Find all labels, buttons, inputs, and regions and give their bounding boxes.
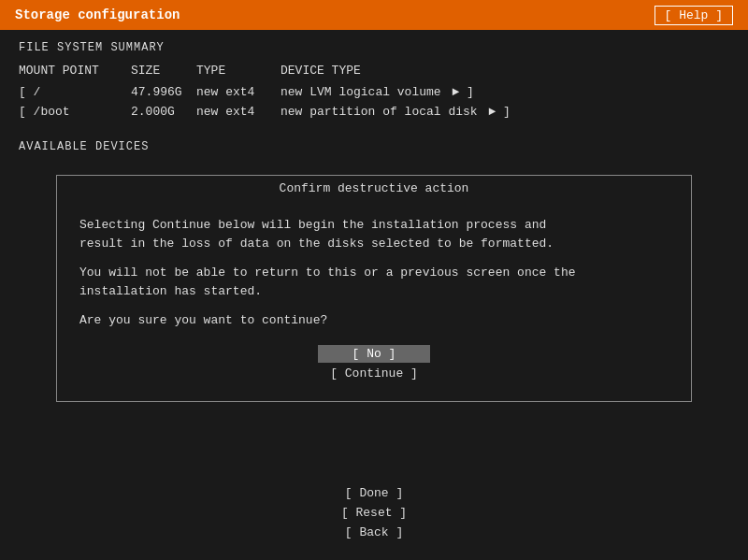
arrow-boot: ► ] bbox=[488, 105, 510, 119]
fs-summary-header: FILE SYSTEM SUMMARY bbox=[19, 41, 729, 54]
fs-row-boot[interactable]: [ /boot 2.000G new ext4 new partition of… bbox=[19, 103, 729, 122]
type-boot: new ext4 bbox=[196, 103, 280, 122]
dialog-paragraph-2: You will not be able to return to this o… bbox=[79, 264, 669, 300]
continue-button[interactable]: [ Continue ] bbox=[318, 365, 430, 382]
col-mount-point: MOUNT POINT bbox=[19, 62, 131, 81]
fs-summary-section: FILE SYSTEM SUMMARY MOUNT POINT SIZE TYP… bbox=[19, 41, 729, 122]
mount-boot: [ /boot bbox=[19, 103, 131, 122]
fs-table: MOUNT POINT SIZE TYPE DEVICE TYPE [ / 47… bbox=[19, 62, 729, 122]
dialog-title: Confirm destructive action bbox=[270, 181, 479, 195]
device-root: new LVM logical volume ► ] bbox=[280, 83, 561, 103]
mount-root: [ / bbox=[19, 83, 131, 103]
done-button[interactable]: [ Done ] bbox=[318, 484, 430, 502]
reset-button[interactable]: [ Reset ] bbox=[318, 504, 430, 522]
size-root: 47.996G bbox=[131, 83, 196, 103]
arrow-root: ► ] bbox=[452, 85, 473, 99]
help-button[interactable]: [ Help ] bbox=[654, 6, 733, 25]
fs-table-header: MOUNT POINT SIZE TYPE DEVICE TYPE bbox=[19, 62, 729, 81]
dialog-buttons: [ No ] [ Continue ] bbox=[79, 345, 669, 382]
size-boot: 2.000G bbox=[131, 103, 196, 122]
device-boot: new partition of local disk ► ] bbox=[280, 103, 561, 122]
app-title: Storage configuration bbox=[15, 7, 180, 22]
available-devices-section: AVAILABLE DEVICES bbox=[19, 140, 729, 153]
no-button[interactable]: [ No ] bbox=[318, 345, 430, 363]
back-button[interactable]: [ Back ] bbox=[318, 524, 430, 541]
top-bar: Storage configuration [ Help ] bbox=[0, 0, 748, 30]
dialog-paragraph-3: Are you sure you want to continue? bbox=[79, 311, 669, 330]
main-content: FILE SYSTEM SUMMARY MOUNT POINT SIZE TYP… bbox=[0, 30, 748, 560]
fs-row-root[interactable]: [ / 47.996G new ext4 new LVM logical vol… bbox=[19, 83, 729, 103]
available-devices-header: AVAILABLE DEVICES bbox=[19, 140, 729, 153]
confirm-dialog: Confirm destructive action Selecting Con… bbox=[56, 175, 692, 402]
col-type: TYPE bbox=[196, 62, 280, 81]
bottom-buttons: [ Done ] [ Reset ] [ Back ] bbox=[0, 484, 748, 541]
dialog-body: Selecting Continue below will begin the … bbox=[57, 201, 691, 401]
dialog-paragraph-1: Selecting Continue below will begin the … bbox=[79, 216, 669, 252]
col-size: SIZE bbox=[131, 62, 196, 81]
dialog-title-bar: Confirm destructive action bbox=[57, 176, 691, 201]
type-root: new ext4 bbox=[196, 83, 280, 103]
col-device-type: DEVICE TYPE bbox=[280, 62, 561, 81]
